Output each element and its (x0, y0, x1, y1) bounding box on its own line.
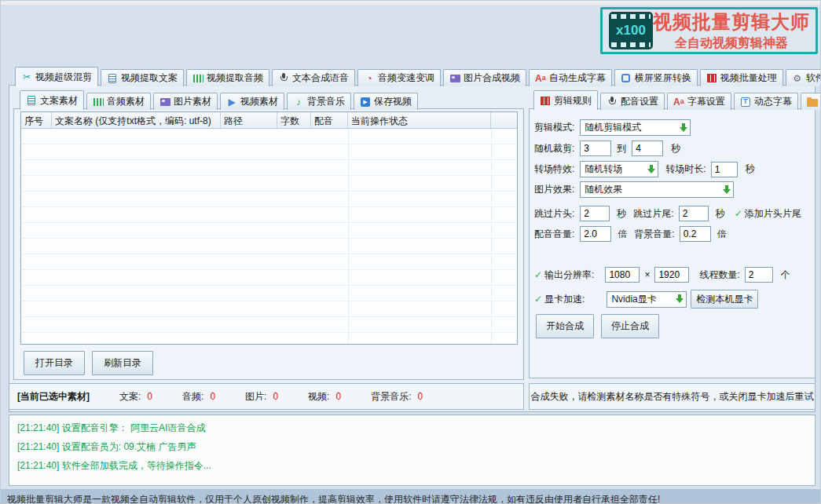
chevron-down-icon (674, 294, 684, 305)
subtab-save-video[interactable]: ▶保存视频 (354, 93, 418, 110)
add-head-tail-checkbox[interactable]: ✓添加片头片尾 (735, 207, 801, 221)
tab-material-dirs[interactable]: 素材目录 (801, 93, 821, 110)
film-icon (706, 73, 717, 84)
tab-software-settings[interactable]: ⚙软件参数设置 (786, 69, 821, 86)
folder-icon (807, 97, 818, 108)
skip-row: 跳过片头: 秒 跳过片尾: 秒 ✓添加片头片尾 (534, 206, 810, 221)
clip-mode-row: 剪辑模式: 随机剪辑模式 (534, 119, 810, 136)
tab-audio-speed-pitch[interactable]: ◔音频变速变调 (357, 69, 441, 86)
tab-orientation-convert[interactable]: 横屏竖屏转换 (614, 69, 698, 86)
app-window: x100 视频批量剪辑大师 全自动视频剪辑神器 ✂视频超级混剪 视频提取文案 视… (0, 0, 821, 504)
count-value: 0 (417, 391, 423, 402)
aa-icon: Aa (673, 97, 684, 108)
subtab-image-materials[interactable]: 图片素材 (153, 93, 218, 110)
tab-label: 保存视频 (374, 95, 412, 108)
subtab-bg-music[interactable]: ♪背景音乐 (287, 93, 351, 110)
material-tab-bar: 文案素材 音频素材 图片素材 ▶视频素材 ♪背景音乐 ▶保存视频 (20, 90, 418, 110)
text-materials-page: 序号 文案名称 (仅支持txt格式，编码: utf-8) 路径 字数 配音 当前… (13, 108, 524, 380)
gear-icon: ⚙ (792, 73, 803, 84)
tab-label: 剪辑规则 (554, 94, 592, 108)
tab-label: 动态字幕 (754, 95, 792, 108)
transition-label: 转场特效: (534, 163, 574, 176)
log-area[interactable]: [21:21:40] 设置配音引擎： 阿里云AI语音合成 [21:21:40] … (9, 415, 816, 486)
tab-image-to-video[interactable]: 图片合成视频 (443, 69, 526, 86)
subtab-video-materials[interactable]: ▶视频素材 (220, 93, 284, 110)
dub-volume-input[interactable] (580, 226, 611, 242)
transition-select[interactable]: 随机转场 (580, 161, 658, 177)
skip-tail-label: 跳过片尾: (633, 207, 673, 221)
threads-unit: 个 (781, 268, 790, 282)
add-head-tail-label: 添加片头片尾 (745, 208, 801, 219)
tab-auto-subtitles[interactable]: Aa自动生成字幕 (529, 69, 612, 86)
tab-video-extract-audio[interactable]: 视频提取音频 (186, 69, 269, 86)
tab-label: 文本合成语音 (292, 71, 349, 85)
table-column-divider (348, 129, 349, 344)
column-header-empty (491, 112, 517, 128)
skip-head-input[interactable] (580, 206, 610, 221)
filmstrip-logo-icon: x100 (609, 12, 653, 49)
column-header-path: 路径 (221, 112, 277, 128)
main-tab-bar: ✂视频超级混剪 视频提取文案 视频提取音频 文本合成语音 ◔音频变速变调 图片合… (15, 67, 821, 86)
gpu-checkbox[interactable]: ✓显卡加速: (534, 293, 585, 306)
music-note-icon: ♪ (293, 97, 304, 108)
image-icon (159, 97, 170, 108)
count-value: 0 (335, 391, 341, 402)
subtab-audio-materials[interactable]: 音频素材 (86, 93, 151, 110)
subtab-text-materials[interactable]: 文案素材 (20, 90, 84, 110)
threads-input[interactable] (745, 267, 773, 283)
selected-count-text: 文案:0 (119, 390, 152, 404)
clip-mode-label: 剪辑模式: (534, 121, 574, 134)
transition-value: 随机转场 (585, 163, 622, 176)
tab-label: 背景音乐 (307, 95, 345, 108)
skip-tail-input[interactable] (679, 206, 709, 221)
stop-compose-button[interactable]: 停止合成 (601, 314, 659, 338)
column-header-wordcount: 字数 (277, 112, 311, 128)
table-body[interactable] (21, 129, 517, 344)
selected-count-bgmusic: 背景音乐:0 (371, 390, 423, 404)
transition-length-input[interactable] (711, 162, 738, 177)
start-compose-button[interactable]: 开始合成 (536, 314, 594, 338)
res-width-input[interactable] (605, 267, 640, 283)
text-t-icon: T (740, 97, 751, 108)
image-effect-select[interactable]: 随机效果 (580, 181, 734, 198)
tab-video-extract-text[interactable]: 视频提取文案 (101, 69, 184, 86)
detect-gpu-button[interactable]: 检测本机显卡 (691, 290, 758, 309)
selected-count-video: 视频:0 (308, 390, 341, 404)
log-line: [21:21:40] 软件全部加载完成，等待操作指令... (17, 459, 807, 473)
resolution-checkbox[interactable]: ✓输出分辨率: (534, 268, 594, 282)
resolution-row: ✓输出分辨率: × 线程数量: 个 (534, 267, 810, 283)
bg-volume-input[interactable] (680, 226, 711, 242)
selected-materials-bar: [当前已选中素材] 文案:0 音频:0 图片:0 视频:0 背景音乐:0 (9, 383, 524, 410)
crop-min-input[interactable] (580, 141, 611, 156)
transition-row: 转场特效: 随机转场 转场时长: 秒 (534, 161, 810, 177)
chevron-down-icon (678, 122, 688, 133)
gpu-row: ✓显卡加速: Nvidia显卡 检测本机显卡 (534, 290, 810, 309)
tab-dub-settings[interactable]: 配音设置 (600, 93, 665, 110)
tab-video-super-mix[interactable]: ✂视频超级混剪 (15, 67, 98, 86)
checkmark-icon: ✓ (534, 269, 542, 280)
document-icon (107, 73, 118, 84)
res-height-input[interactable] (654, 267, 689, 283)
random-crop-label: 随机裁剪: (534, 142, 574, 155)
app-subtitle: 全自动视频剪辑神器 (653, 35, 810, 52)
transition-length-label: 转场时长: (665, 163, 706, 176)
tab-dynamic-subtitles[interactable]: T动态字幕 (734, 93, 798, 110)
tab-label: 软件参数设置 (806, 71, 821, 85)
tab-text-to-speech[interactable]: 文本合成语音 (272, 69, 355, 86)
open-dir-button[interactable]: 打开目录 (24, 351, 85, 375)
tab-label: 自动生成字幕 (549, 71, 606, 85)
tab-video-batch-process[interactable]: 视频批量处理 (700, 69, 783, 86)
times-unit: 倍 (717, 228, 727, 241)
seconds-unit: 秒 (671, 142, 680, 155)
refresh-dir-button[interactable]: 刷新目录 (92, 351, 153, 375)
crop-max-input[interactable] (632, 141, 663, 156)
selected-materials-title: [当前已选中素材] (17, 390, 90, 404)
logo-text: 视频批量剪辑大师 全自动视频剪辑神器 (653, 9, 810, 52)
gpu-label: 显卡加速: (544, 294, 585, 305)
column-header-name: 文案名称 (仅支持txt格式，编码: utf-8) (52, 112, 221, 128)
clip-mode-select[interactable]: 随机剪辑模式 (580, 119, 691, 136)
tab-subtitle-settings[interactable]: Aa字幕设置 (667, 93, 731, 110)
gpu-select[interactable]: Nvidia显卡 (607, 291, 687, 308)
tab-edit-rules[interactable]: 剪辑规则 (533, 90, 598, 110)
materials-table: 序号 文案名称 (仅支持txt格式，编码: utf-8) 路径 字数 配音 当前… (20, 111, 518, 345)
